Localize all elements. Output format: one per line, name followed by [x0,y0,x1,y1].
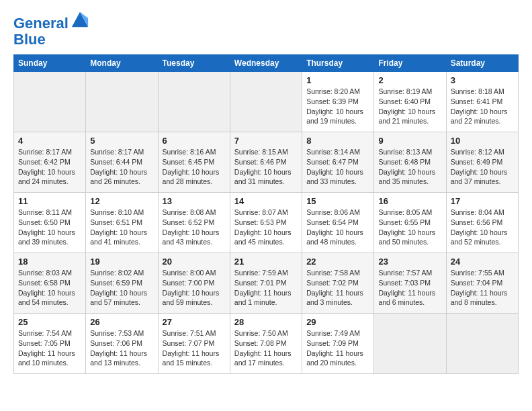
cell-info-text: Sunrise: 8:11 AM Sunset: 6:50 PM Dayligh… [18,208,81,247]
calendar-cell: 10Sunrise: 8:12 AM Sunset: 6:49 PM Dayli… [446,132,518,193]
logo-icon [71,9,89,28]
cell-info-text: Sunrise: 7:55 AM Sunset: 7:04 PM Dayligh… [451,268,514,308]
calendar-cell [446,314,518,374]
day-of-week-header: Thursday [302,55,374,72]
cell-info-text: Sunrise: 7:59 AM Sunset: 7:01 PM Dayligh… [234,268,298,308]
cell-day-number: 24 [451,257,514,267]
cell-day-number: 18 [18,257,81,267]
cell-day-number: 13 [163,196,226,206]
cell-info-text: Sunrise: 8:05 AM Sunset: 6:55 PM Dayligh… [378,208,441,247]
cell-info-text: Sunrise: 8:16 AM Sunset: 6:45 PM Dayligh… [163,147,226,187]
cell-day-number: 15 [306,196,369,206]
cell-day-number: 10 [451,136,514,146]
days-of-week-row: SundayMondayTuesdayWednesdayThursdayFrid… [14,55,519,72]
cell-info-text: Sunrise: 8:13 AM Sunset: 6:48 PM Dayligh… [378,147,441,187]
cell-day-number: 5 [90,136,153,146]
cell-info-text: Sunrise: 7:58 AM Sunset: 7:02 PM Dayligh… [306,268,369,308]
calendar-cell: 25Sunrise: 7:54 AM Sunset: 7:05 PM Dayli… [14,314,86,374]
cell-info-text: Sunrise: 8:08 AM Sunset: 6:52 PM Dayligh… [163,208,226,247]
calendar-cell: 1Sunrise: 8:20 AM Sunset: 6:39 PM Daylig… [302,72,374,132]
logo-blue: Blue [13,32,89,48]
calendar-cell: 5Sunrise: 8:17 AM Sunset: 6:44 PM Daylig… [86,132,158,193]
calendar-table: SundayMondayTuesdayWednesdayThursdayFrid… [13,54,519,374]
cell-day-number: 27 [163,317,226,327]
day-of-week-header: Tuesday [158,55,230,72]
cell-day-number: 22 [306,257,369,267]
day-of-week-header: Monday [86,55,158,72]
cell-info-text: Sunrise: 8:18 AM Sunset: 6:41 PM Dayligh… [451,87,514,126]
cell-day-number: 1 [306,75,369,85]
cell-day-number: 6 [163,136,226,146]
day-of-week-header: Saturday [446,55,518,72]
logo-general: General [13,15,69,32]
cell-info-text: Sunrise: 8:02 AM Sunset: 6:59 PM Dayligh… [90,268,153,308]
day-of-week-header: Sunday [14,55,86,72]
calendar-cell [374,314,446,374]
calendar-week-row: 4Sunrise: 8:17 AM Sunset: 6:42 PM Daylig… [14,132,519,193]
logo: General Blue [13,13,89,48]
calendar-cell: 15Sunrise: 8:06 AM Sunset: 6:54 PM Dayli… [302,193,374,253]
cell-info-text: Sunrise: 8:14 AM Sunset: 6:47 PM Dayligh… [306,147,369,187]
calendar-cell: 17Sunrise: 8:04 AM Sunset: 6:56 PM Dayli… [446,193,518,253]
calendar-week-row: 25Sunrise: 7:54 AM Sunset: 7:05 PM Dayli… [14,314,519,374]
calendar-cell: 16Sunrise: 8:05 AM Sunset: 6:55 PM Dayli… [374,193,446,253]
cell-day-number: 4 [18,136,81,146]
cell-info-text: Sunrise: 8:07 AM Sunset: 6:53 PM Dayligh… [234,208,298,247]
calendar-header: SundayMondayTuesdayWednesdayThursdayFrid… [14,55,519,72]
calendar-cell: 2Sunrise: 8:19 AM Sunset: 6:40 PM Daylig… [374,72,446,132]
calendar-cell [86,72,158,132]
cell-info-text: Sunrise: 8:10 AM Sunset: 6:51 PM Dayligh… [90,208,153,247]
calendar-cell: 26Sunrise: 7:53 AM Sunset: 7:06 PM Dayli… [86,314,158,374]
calendar-cell: 6Sunrise: 8:16 AM Sunset: 6:45 PM Daylig… [158,132,230,193]
cell-info-text: Sunrise: 8:20 AM Sunset: 6:39 PM Dayligh… [306,87,369,126]
calendar-cell: 24Sunrise: 7:55 AM Sunset: 7:04 PM Dayli… [446,253,518,314]
cell-day-number: 28 [234,317,298,327]
cell-day-number: 16 [378,196,441,206]
calendar-cell: 4Sunrise: 8:17 AM Sunset: 6:42 PM Daylig… [14,132,86,193]
logo-text: General [13,13,89,32]
cell-info-text: Sunrise: 8:19 AM Sunset: 6:40 PM Dayligh… [378,87,441,126]
cell-day-number: 17 [451,196,514,206]
calendar-cell: 7Sunrise: 8:15 AM Sunset: 6:46 PM Daylig… [230,132,302,193]
calendar-cell: 28Sunrise: 7:50 AM Sunset: 7:08 PM Dayli… [230,314,302,374]
calendar-cell: 12Sunrise: 8:10 AM Sunset: 6:51 PM Dayli… [86,193,158,253]
calendar-cell: 23Sunrise: 7:57 AM Sunset: 7:03 PM Dayli… [374,253,446,314]
cell-info-text: Sunrise: 7:50 AM Sunset: 7:08 PM Dayligh… [234,328,298,368]
calendar-cell: 8Sunrise: 8:14 AM Sunset: 6:47 PM Daylig… [302,132,374,193]
cell-day-number: 21 [234,257,298,267]
cell-day-number: 26 [90,317,153,327]
calendar-cell: 9Sunrise: 8:13 AM Sunset: 6:48 PM Daylig… [374,132,446,193]
calendar-week-row: 18Sunrise: 8:03 AM Sunset: 6:58 PM Dayli… [14,253,519,314]
cell-day-number: 20 [163,257,226,267]
page-header: General Blue [13,11,519,48]
calendar-cell: 29Sunrise: 7:49 AM Sunset: 7:09 PM Dayli… [302,314,374,374]
cell-day-number: 7 [234,136,298,146]
cell-day-number: 8 [306,136,369,146]
calendar-cell [158,72,230,132]
cell-info-text: Sunrise: 8:12 AM Sunset: 6:49 PM Dayligh… [451,147,514,187]
cell-info-text: Sunrise: 8:00 AM Sunset: 7:00 PM Dayligh… [163,268,226,308]
cell-day-number: 3 [451,75,514,85]
cell-info-text: Sunrise: 7:54 AM Sunset: 7:05 PM Dayligh… [18,328,81,368]
day-of-week-header: Friday [374,55,446,72]
cell-day-number: 14 [234,196,298,206]
cell-day-number: 9 [378,136,441,146]
cell-info-text: Sunrise: 8:03 AM Sunset: 6:58 PM Dayligh… [18,268,81,308]
cell-info-text: Sunrise: 8:06 AM Sunset: 6:54 PM Dayligh… [306,208,369,247]
cell-day-number: 23 [378,257,441,267]
calendar-cell: 18Sunrise: 8:03 AM Sunset: 6:58 PM Dayli… [14,253,86,314]
calendar-cell [230,72,302,132]
calendar-cell: 13Sunrise: 8:08 AM Sunset: 6:52 PM Dayli… [158,193,230,253]
cell-day-number: 12 [90,196,153,206]
calendar-cell [14,72,86,132]
cell-info-text: Sunrise: 8:17 AM Sunset: 6:44 PM Dayligh… [90,147,153,187]
cell-info-text: Sunrise: 7:49 AM Sunset: 7:09 PM Dayligh… [306,328,369,368]
cell-info-text: Sunrise: 7:53 AM Sunset: 7:06 PM Dayligh… [90,328,153,368]
day-of-week-header: Wednesday [230,55,302,72]
cell-info-text: Sunrise: 8:15 AM Sunset: 6:46 PM Dayligh… [234,147,298,187]
calendar-week-row: 1Sunrise: 8:20 AM Sunset: 6:39 PM Daylig… [14,72,519,132]
calendar-cell: 11Sunrise: 8:11 AM Sunset: 6:50 PM Dayli… [14,193,86,253]
calendar-cell: 19Sunrise: 8:02 AM Sunset: 6:59 PM Dayli… [86,253,158,314]
calendar-cell: 14Sunrise: 8:07 AM Sunset: 6:53 PM Dayli… [230,193,302,253]
calendar-cell: 27Sunrise: 7:51 AM Sunset: 7:07 PM Dayli… [158,314,230,374]
